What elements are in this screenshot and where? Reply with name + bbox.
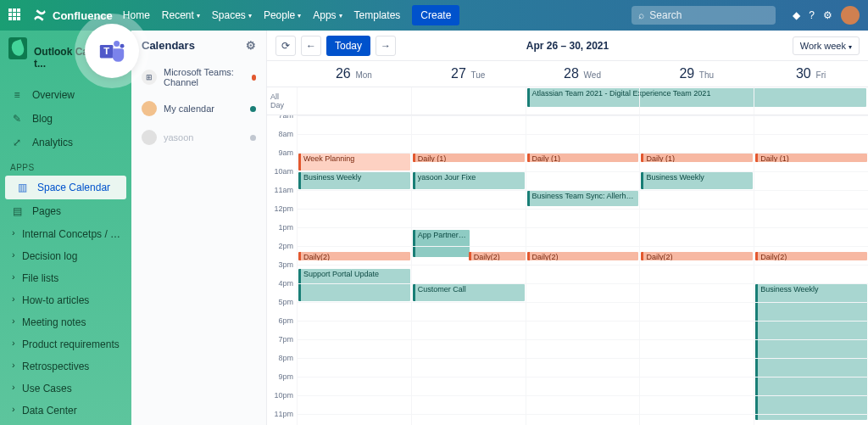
time-cell[interactable] — [754, 302, 868, 321]
nav-recent[interactable]: Recent▾ — [162, 9, 200, 21]
time-cell[interactable] — [754, 246, 868, 265]
tree-item[interactable]: Use Cases — [0, 377, 131, 400]
time-cell[interactable] — [526, 153, 640, 171]
time-cell[interactable] — [754, 321, 868, 339]
nav-spaces[interactable]: Spaces▾ — [212, 9, 252, 21]
next-button[interactable]: → — [376, 36, 396, 56]
calendar-list-item[interactable]: yasoon — [131, 123, 266, 152]
time-cell[interactable] — [639, 358, 754, 377]
time-cell[interactable] — [297, 377, 411, 395]
time-cell[interactable] — [526, 246, 640, 265]
allday-cell[interactable] — [297, 87, 411, 115]
tree-item[interactable]: File lists — [0, 267, 131, 289]
time-cell[interactable] — [411, 377, 526, 395]
time-cell[interactable] — [411, 265, 526, 283]
time-cell[interactable] — [754, 377, 868, 395]
time-cell[interactable] — [754, 283, 868, 302]
time-cell[interactable] — [526, 414, 640, 425]
time-cell[interactable] — [297, 246, 411, 265]
time-cell[interactable] — [297, 153, 411, 171]
time-cell[interactable] — [754, 395, 868, 414]
tree-item[interactable]: Product requirements — [0, 333, 131, 355]
time-cell[interactable] — [639, 302, 754, 321]
sidebar-item-pages[interactable]: ▤Pages — [0, 199, 131, 223]
time-cell[interactable] — [297, 283, 411, 302]
time-cell[interactable] — [297, 227, 411, 246]
time-cell[interactable] — [297, 321, 411, 339]
time-cell[interactable]: Daily (1)yasoon Jour FixeApp Partner Tra… — [411, 115, 526, 134]
sidebar-item-analytics[interactable]: ⤢Analytics — [0, 131, 131, 154]
app-switcher-icon[interactable] — [8, 8, 22, 22]
time-cell[interactable] — [297, 209, 411, 227]
allday-cell[interactable]: Atlassian Team 2021 - Digital Experience… — [526, 87, 640, 115]
search-input[interactable]: ⌕ Search — [632, 6, 776, 25]
time-cell[interactable] — [639, 209, 754, 227]
allday-cell[interactable] — [411, 87, 526, 115]
time-cell[interactable] — [526, 283, 640, 302]
time-cell[interactable] — [411, 321, 526, 339]
sidebar-item-space-calendar[interactable]: ▥Space Calendar — [5, 176, 126, 199]
time-cell[interactable] — [526, 190, 640, 209]
time-cell[interactable] — [526, 302, 640, 321]
time-cell[interactable] — [639, 283, 754, 302]
time-cell[interactable] — [754, 153, 868, 171]
create-button[interactable]: Create — [412, 5, 459, 25]
time-cell[interactable] — [526, 209, 640, 227]
profile-avatar[interactable] — [841, 6, 860, 25]
time-cell[interactable] — [754, 209, 868, 227]
time-cell[interactable] — [411, 246, 526, 265]
nav-home[interactable]: Home — [123, 9, 150, 21]
time-cell[interactable] — [526, 227, 640, 246]
time-cell[interactable] — [411, 302, 526, 321]
time-cell[interactable] — [411, 414, 526, 425]
time-cell[interactable] — [754, 227, 868, 246]
calendar-list-item[interactable]: ⊞Microsoft Teams: Channel — [131, 60, 266, 94]
time-cell[interactable] — [639, 321, 754, 339]
time-cell[interactable] — [297, 134, 411, 153]
time-cell[interactable] — [639, 395, 754, 414]
time-cell[interactable] — [639, 377, 754, 395]
time-cell[interactable] — [297, 395, 411, 414]
time-cell[interactable] — [411, 134, 526, 153]
time-cell[interactable] — [526, 377, 640, 395]
time-cell[interactable] — [526, 395, 640, 414]
time-cell[interactable] — [297, 414, 411, 425]
view-selector[interactable]: Work week ▾ — [793, 36, 860, 55]
tree-item[interactable]: Decision log — [0, 245, 131, 267]
tree-item[interactable]: How-to articles — [0, 289, 131, 311]
tree-item[interactable]: Internal Concetps / D... — [0, 223, 131, 245]
time-cell[interactable] — [526, 265, 640, 283]
time-cell[interactable] — [639, 265, 754, 283]
gear-icon[interactable]: ⚙ — [246, 39, 256, 52]
brand[interactable]: Confluence — [32, 8, 113, 23]
time-cell[interactable] — [411, 395, 526, 414]
time-cell[interactable] — [754, 414, 868, 425]
time-cell[interactable]: Daily (1)Business WeeklyDaily(2) — [639, 115, 754, 134]
time-cell[interactable]: Daily (1)Business Team Sync: AllerhandDa… — [526, 115, 640, 134]
nav-apps[interactable]: Apps▾ — [313, 9, 342, 21]
allday-cell[interactable] — [754, 87, 868, 115]
time-cell[interactable] — [411, 283, 526, 302]
nav-people[interactable]: People▾ — [264, 9, 301, 21]
time-cell[interactable] — [411, 339, 526, 358]
time-cell[interactable] — [297, 302, 411, 321]
time-cell[interactable] — [297, 358, 411, 377]
time-cell[interactable] — [639, 134, 754, 153]
allday-cell[interactable] — [639, 87, 754, 115]
time-cell[interactable] — [411, 171, 526, 190]
prev-button[interactable]: ← — [301, 36, 321, 56]
tree-item[interactable]: Retrospectives — [0, 355, 131, 377]
tree-item[interactable]: Data Center — [0, 400, 131, 422]
time-cell[interactable] — [639, 171, 754, 190]
today-button[interactable]: Today — [326, 36, 370, 56]
time-cell[interactable] — [297, 339, 411, 358]
time-cell[interactable] — [639, 153, 754, 171]
time-cell[interactable] — [526, 358, 640, 377]
time-cell[interactable] — [526, 339, 640, 358]
time-cell[interactable] — [754, 358, 868, 377]
time-cell[interactable] — [639, 339, 754, 358]
refresh-button[interactable]: ⟳ — [275, 36, 296, 56]
sidebar-item-blog[interactable]: ✎Blog — [0, 107, 131, 131]
notifications-icon[interactable]: ◆ — [793, 9, 800, 21]
time-cell[interactable] — [526, 321, 640, 339]
